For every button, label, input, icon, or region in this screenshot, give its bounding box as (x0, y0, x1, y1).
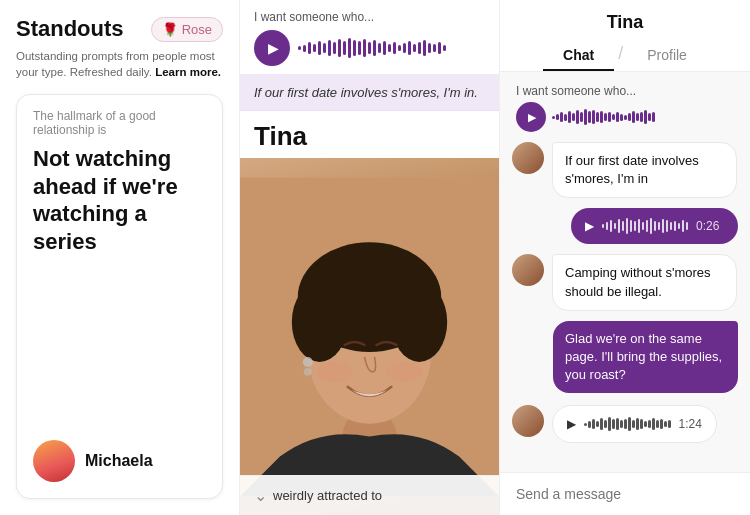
standouts-header: Standouts 🌹 Rose (16, 16, 223, 42)
chevron-down-icon: ⌄ (254, 486, 267, 505)
avatar (512, 142, 544, 174)
svg-point-12 (386, 361, 422, 381)
chat-audio-label: I want someone who... (512, 84, 738, 98)
chat-input[interactable] (516, 486, 734, 502)
chat-title: Tina (516, 12, 734, 33)
bottom-tag-text: weirdly attracted to (273, 488, 382, 503)
voice-message-bottom[interactable]: ▶ 1:24 (552, 405, 717, 443)
profile-photo[interactable] (240, 158, 499, 515)
voice-message-bubble[interactable]: ▶ 0:26 (571, 208, 739, 244)
mid-play-button[interactable]: ▶ (254, 30, 290, 66)
voice-time: 0:26 (696, 219, 724, 233)
avatar (512, 254, 544, 286)
tab-divider: / (618, 43, 623, 70)
play-icon: ▶ (268, 40, 279, 56)
avatar (512, 405, 544, 437)
mid-waveform (298, 34, 485, 62)
rose-label: Rose (182, 22, 212, 37)
prompt-text: Not watching ahead if we're watching a s… (33, 145, 206, 255)
message-row: ▶ 0:26 (512, 208, 738, 244)
chat-audio-section: I want someone who... ▶ (512, 84, 738, 132)
message-bubble: Camping without s'mores should be illega… (552, 254, 737, 310)
left-panel: Standouts 🌹 Rose Outstanding prompts fro… (0, 0, 240, 515)
svg-point-11 (317, 361, 353, 381)
quote-banner: If our first date involves s'mores, I'm … (240, 75, 499, 111)
message-row: Camping without s'mores should be illega… (512, 254, 738, 310)
message-bubble: Glad we're on the same page. I'll bring … (553, 321, 738, 394)
tab-profile[interactable]: Profile (627, 41, 707, 71)
chat-input-row (500, 472, 750, 515)
prompt-label: The hallmark of a good relationship is (33, 109, 206, 137)
prompt-card: The hallmark of a good relationship is N… (16, 94, 223, 499)
user-row: Michaela (33, 440, 206, 482)
rose-button[interactable]: 🌹 Rose (151, 17, 223, 42)
voice-waveform (602, 216, 689, 236)
svg-point-10 (304, 367, 312, 375)
message-row: ▶ 1:24 (512, 405, 738, 443)
mid-audio-player: ▶ (254, 30, 485, 66)
mid-audio-label: I want someone who... (254, 10, 485, 24)
mid-audio-bar: I want someone who... ▶ (240, 0, 499, 75)
message-bubble: If our first date involves s'mores, I'm … (552, 142, 737, 198)
chat-play-icon: ▶ (528, 111, 536, 124)
profile-name: Tina (240, 111, 499, 158)
voice-time: 1:24 (679, 417, 702, 431)
voice-play-icon: ▶ (567, 417, 576, 431)
bottom-tag: ⌄ weirdly attracted to (240, 475, 499, 515)
svg-point-9 (303, 356, 313, 366)
avatar[interactable] (33, 440, 75, 482)
svg-point-8 (330, 255, 410, 299)
standouts-title: Standouts (16, 16, 124, 42)
right-panel: ‹ Tina Chat / Profile I want someone who… (500, 0, 750, 515)
chat-tabs: Chat / Profile (516, 41, 734, 71)
chat-header: Tina Chat / Profile (500, 0, 750, 72)
mid-panel: I want someone who... ▶ If our first dat… (240, 0, 500, 515)
user-name: Michaela (85, 452, 153, 470)
message-row: Glad we're on the same page. I'll bring … (512, 321, 738, 394)
tab-chat[interactable]: Chat (543, 41, 614, 71)
chat-play-button[interactable]: ▶ (516, 102, 546, 132)
profile-photo-svg (240, 177, 499, 497)
voice-waveform-dark (584, 414, 671, 434)
chat-audio-player: ▶ (512, 102, 738, 132)
message-row: If our first date involves s'mores, I'm … (512, 142, 738, 198)
voice-play-icon: ▶ (585, 219, 594, 233)
rose-icon: 🌹 (162, 22, 178, 37)
chat-body: I want someone who... ▶ If our first dat… (500, 72, 750, 472)
chat-waveform (552, 106, 734, 128)
learn-more-link[interactable]: Learn more. (155, 66, 221, 78)
standouts-subtitle: Outstanding prompts from people most you… (16, 48, 223, 80)
